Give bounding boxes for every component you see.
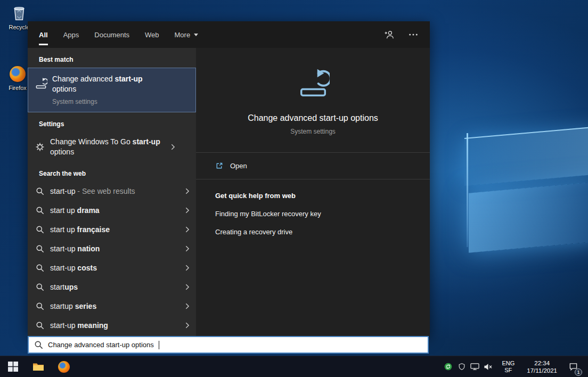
best-match-title-pre: Change advanced <box>52 75 115 83</box>
suggestion-pre: start-up <box>50 321 77 330</box>
settings-text-bold: start-up <box>133 137 160 146</box>
file-explorer-button[interactable] <box>26 356 51 377</box>
ellipsis-icon <box>409 33 418 36</box>
suggestion-pre: start <box>50 283 64 291</box>
web-suggestion-text: start up drama <box>50 206 185 215</box>
best-match-subtitle: System settings <box>52 98 162 105</box>
wallpaper-window-pane <box>469 182 588 252</box>
language-indicator[interactable]: ENG SF <box>497 360 519 374</box>
tab-documents[interactable]: Documents <box>94 21 129 48</box>
language-code: ENG <box>497 360 519 367</box>
clock-date: 17/11/2021 <box>527 367 557 374</box>
tab-web[interactable]: Web <box>145 21 159 48</box>
web-suggestion[interactable]: start up drama <box>28 201 196 220</box>
chevron-right-icon <box>185 322 190 329</box>
search-results-panel: All Apps Documents Web More <box>28 21 430 336</box>
tab-more-label: More <box>175 31 191 39</box>
tab-documents-label: Documents <box>94 31 129 39</box>
tray-security-button[interactable] <box>455 356 468 377</box>
firefox-taskbar-button[interactable] <box>51 356 77 377</box>
search-content: Best match Change advanced start-up opti… <box>28 48 430 336</box>
help-link-bitlocker[interactable]: Finding my BitLocker recovery key <box>215 210 411 218</box>
web-suggestion-text: start up française <box>50 225 185 234</box>
signin-button[interactable] <box>384 30 395 39</box>
tray-sync-button[interactable] <box>442 356 455 377</box>
wallpaper-window-pane <box>464 126 588 186</box>
taskbar-apps <box>0 356 77 377</box>
volume-mute-icon <box>484 363 493 371</box>
tab-web-label: Web <box>145 31 159 39</box>
web-suggestion[interactable]: start-up - See web results <box>28 182 196 201</box>
search-icon <box>35 244 45 253</box>
more-options-button[interactable] <box>409 33 418 36</box>
preview-hero: Change advanced start-up options System … <box>196 48 430 135</box>
preview-pane: Change advanced start-up options System … <box>196 48 430 336</box>
taskbar-clock[interactable]: 22:34 17/11/2021 <box>527 359 557 374</box>
web-suggestion[interactable]: start-up costs <box>28 258 196 277</box>
web-suggestion[interactable]: start-up meaning <box>28 316 196 335</box>
web-suggestion-text: start-up nation <box>50 244 185 253</box>
search-web-header: Search the web <box>39 170 196 177</box>
suggestion-pre: startup <box>50 302 75 310</box>
tab-all[interactable]: All <box>39 21 48 48</box>
suggestion-bold: ups <box>64 283 78 291</box>
web-suggestion-text: start-up - See web results <box>50 187 185 195</box>
best-match-title-bold: start-up <box>115 75 143 83</box>
best-match-header: Best match <box>39 56 196 63</box>
suggestion-suffix: - See web results <box>75 187 135 195</box>
web-suggestion-text: start-up meaning <box>50 321 185 330</box>
chevron-right-icon <box>185 283 190 291</box>
taskbar-search-box[interactable]: Change advanced start-up options <box>28 336 429 354</box>
tab-more[interactable]: More <box>175 21 199 48</box>
settings-result[interactable]: Change Windows To Go start-up options <box>28 132 196 162</box>
chevron-right-icon <box>185 226 190 233</box>
suggestion-pre: start-up <box>50 264 77 272</box>
desktop: Recycle Firefox All Apps Documents Web M… <box>0 0 588 377</box>
web-suggestion-text: start-up costs <box>50 264 185 272</box>
suggestion-bold: costs <box>77 264 97 272</box>
search-icon <box>35 264 45 272</box>
open-label: Open <box>230 162 247 170</box>
web-help-section: Get quick help from web Finding my BitLo… <box>196 179 430 248</box>
web-suggestion[interactable]: startup series <box>28 297 196 316</box>
help-link-recovery-drive[interactable]: Creating a recovery drive <box>215 228 411 236</box>
web-suggestion[interactable]: startups <box>28 277 196 297</box>
firefox-icon <box>58 361 70 373</box>
tab-apps-label: Apps <box>63 31 79 39</box>
shield-icon <box>458 363 466 371</box>
chevron-right-icon <box>170 143 175 151</box>
web-suggestion[interactable]: start up française <box>28 220 196 239</box>
best-match-title-post: options <box>52 85 76 93</box>
preview-subtitle: System settings <box>290 128 336 135</box>
tray-volume-button[interactable] <box>481 356 495 377</box>
system-tray: ENG SF 22:34 17/11/2021 1 <box>442 356 588 377</box>
tab-apps[interactable]: Apps <box>63 21 79 48</box>
wallpaper-light-beam <box>467 133 468 247</box>
action-center-button[interactable]: 1 <box>562 356 584 377</box>
help-header: Get quick help from web <box>215 192 411 200</box>
search-input[interactable]: Change advanced start-up options <box>48 341 154 349</box>
best-match-result[interactable]: Change advanced start-up options System … <box>28 68 196 112</box>
chevron-down-icon <box>194 34 198 36</box>
web-suggestion[interactable]: start-up nation <box>28 239 196 258</box>
start-button[interactable] <box>0 356 26 377</box>
actions-section: Open <box>196 152 430 179</box>
web-suggestion-text: startups <box>50 283 185 291</box>
suggestion-bold: series <box>75 302 96 310</box>
sync-icon <box>444 363 452 371</box>
search-icon <box>35 302 45 310</box>
open-external-icon <box>215 162 223 170</box>
preview-title: Change advanced start-up options <box>248 113 378 123</box>
chevron-right-icon <box>185 207 190 214</box>
monitor-icon <box>470 363 479 371</box>
search-icon <box>34 340 43 349</box>
notification-badge: 1 <box>575 368 582 376</box>
open-action[interactable]: Open <box>215 162 411 170</box>
person-icon <box>384 30 395 39</box>
suggestion-bold: drama <box>77 206 100 215</box>
chevron-right-icon <box>185 302 190 310</box>
search-icon <box>35 187 45 195</box>
settings-header: Settings <box>39 120 196 128</box>
tray-network-button[interactable] <box>468 356 481 377</box>
chevron-right-icon <box>185 264 190 272</box>
